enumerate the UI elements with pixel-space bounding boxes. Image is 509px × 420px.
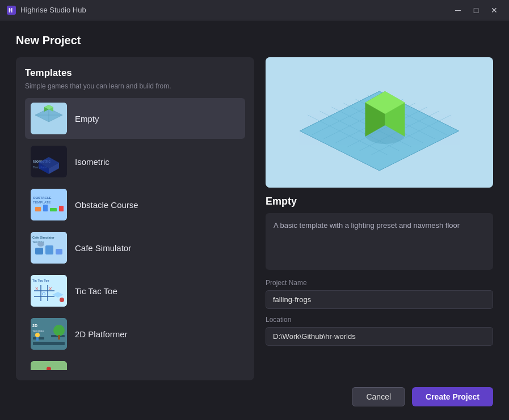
- svg-text:2D: 2D: [32, 324, 37, 328]
- platformer-thumb-svg: 2D Template: [31, 318, 67, 350]
- template-name-tictactoe: Tic Tac Toe: [75, 286, 117, 296]
- create-project-button[interactable]: Create Project: [412, 387, 493, 406]
- templates-subtitle: Simple games that you can learn and buil…: [25, 82, 245, 90]
- svg-rect-26: [45, 245, 53, 254]
- svg-rect-49: [36, 337, 39, 341]
- svg-text:TEMPLATE: TEMPLATE: [33, 201, 51, 204]
- template-thumb-2d: 2D Template: [31, 318, 67, 350]
- cafe-thumb-svg: Cafe Simulator Template: [31, 232, 67, 264]
- svg-rect-18: [35, 207, 41, 211]
- svg-text:O: O: [42, 291, 45, 296]
- svg-rect-43: [33, 342, 65, 345]
- isometric-thumb-svg: Isometric Template: [31, 146, 67, 177]
- page-title: New Project: [16, 34, 493, 47]
- preview-image: [266, 57, 493, 188]
- svg-rect-15: [31, 189, 67, 220]
- minimize-button[interactable]: ─: [450, 4, 466, 16]
- template-thumb-empty: [31, 103, 67, 134]
- template-name-obstacle: Obstacle Course: [75, 200, 138, 210]
- location-label: Location: [266, 316, 493, 324]
- preview-description-box: A basic template with a lighting preset …: [266, 213, 493, 270]
- svg-point-39: [60, 298, 64, 302]
- preview-panel: Empty A basic template with a lighting p…: [266, 57, 493, 380]
- template-thumb-joystick: [31, 361, 67, 370]
- template-item-cafe[interactable]: Cafe Simulator Template Cafe Simulator: [25, 227, 245, 268]
- empty-thumb-svg: [31, 103, 67, 134]
- template-thumb-tictactoe: Tic Toc Toe X O X: [31, 275, 67, 307]
- template-name-empty: Empty: [75, 114, 99, 124]
- svg-text:OBSTACLE: OBSTACLE: [33, 196, 52, 200]
- template-thumb-isometric: Isometric Template: [31, 146, 67, 177]
- close-button[interactable]: ✕: [486, 4, 502, 16]
- title-bar-controls: ─ □ ✕: [450, 4, 502, 16]
- svg-text:Cafe Simulator: Cafe Simulator: [32, 236, 55, 239]
- title-bar: H Highrise Studio Hub ─ □ ✕: [0, 0, 509, 20]
- project-name-label: Project Name: [266, 279, 493, 287]
- window-title: Highrise Studio Hub: [20, 6, 86, 14]
- svg-rect-47: [58, 335, 60, 340]
- svg-text:Template: Template: [32, 329, 44, 333]
- location-input[interactable]: [266, 327, 493, 346]
- preview-description: A basic template with a lighting preset …: [274, 220, 485, 231]
- cancel-button[interactable]: Cancel: [352, 387, 405, 406]
- svg-rect-25: [35, 248, 43, 254]
- template-thumb-cafe: Cafe Simulator Template: [31, 232, 67, 264]
- template-item-platformer[interactable]: 2D Template 2D Pl: [25, 313, 245, 354]
- template-item-isometric[interactable]: Isometric Template Isometric: [25, 141, 245, 182]
- templates-heading: Templates: [25, 67, 245, 79]
- template-item-empty[interactable]: Empty: [25, 98, 245, 139]
- tictactoe-thumb-svg: Tic Toc Toe X O X: [31, 275, 67, 307]
- template-name-isometric: Isometric: [75, 157, 110, 167]
- obstacle-thumb-svg: OBSTACLE TEMPLATE: [31, 189, 67, 220]
- preview-scene-svg: [266, 57, 493, 188]
- svg-point-48: [35, 333, 40, 337]
- svg-text:X: X: [35, 286, 39, 291]
- svg-rect-20: [50, 208, 57, 211]
- preview-title: Empty: [266, 196, 493, 207]
- svg-text:X: X: [49, 286, 52, 291]
- svg-point-28: [37, 242, 44, 247]
- svg-text:H: H: [9, 7, 12, 14]
- template-name-platformer: 2D Platformer: [75, 329, 128, 339]
- footer: Cancel Create Project: [16, 380, 493, 406]
- joystick-thumb-svg: [31, 361, 67, 370]
- template-name-cafe: Cafe Simulator: [75, 243, 131, 253]
- main-content: New Project Templates Simple games that …: [0, 20, 509, 420]
- templates-panel: Templates Simple games that you can lear…: [16, 57, 254, 380]
- app-icon: H: [7, 6, 16, 15]
- template-item-joystick[interactable]: Joystick: [25, 357, 245, 370]
- template-item-obstacle[interactable]: OBSTACLE TEMPLATE Obstacle Course: [25, 184, 245, 225]
- maximize-button[interactable]: □: [468, 4, 484, 16]
- svg-point-46: [53, 325, 65, 336]
- template-item-tictactoe[interactable]: Tic Toc Toe X O X T: [25, 270, 245, 311]
- title-bar-left: H Highrise Studio Hub: [7, 6, 86, 15]
- svg-text:Tic Toc Toe: Tic Toc Toe: [32, 279, 49, 282]
- svg-rect-21: [59, 206, 64, 211]
- main-area: Templates Simple games that you can lear…: [16, 57, 493, 380]
- svg-rect-19: [43, 205, 48, 211]
- template-thumb-obstacle: OBSTACLE TEMPLATE: [31, 189, 67, 220]
- project-name-input[interactable]: [266, 290, 493, 309]
- templates-list: Empty Isometric Template I: [25, 98, 245, 370]
- svg-rect-27: [56, 249, 62, 254]
